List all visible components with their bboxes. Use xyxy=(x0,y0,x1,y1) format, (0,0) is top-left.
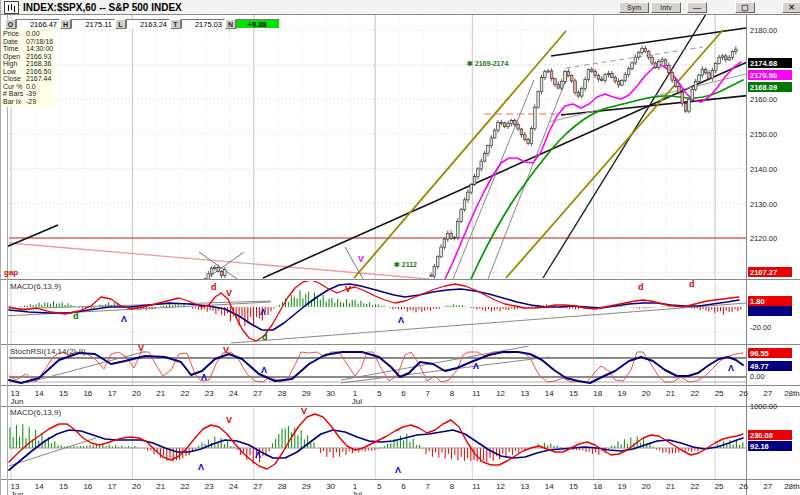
price-axis-label: 2140.00 xyxy=(750,165,777,174)
macd1-panel-label: MACD(6,13,9) xyxy=(10,282,61,291)
cursor-info-panel: Price0.00Date07/18/16Time14:30:00Open216… xyxy=(1,29,55,107)
xaxis2-day: 22 xyxy=(690,482,699,491)
xaxis2-day: 15 xyxy=(59,482,68,491)
close-button[interactable]: ✕ xyxy=(782,2,800,13)
signal-annotation: Λ xyxy=(473,362,479,371)
trade-value: 2175.03 xyxy=(181,19,225,29)
chart-window: INDEX:$SPX,60 -- S&P 500 INDEX Sym Intv … xyxy=(0,0,800,495)
signal-annotation: V xyxy=(226,289,232,298)
xaxis1-day: 14 xyxy=(35,389,44,398)
xaxis1-month: Jul xyxy=(352,397,362,406)
signal-annotation: Λ xyxy=(198,463,204,472)
xaxis1-day: 27 xyxy=(763,389,772,398)
info-row: # Bars-39 xyxy=(3,90,55,98)
price-marker: ✱ 2112 xyxy=(394,261,417,269)
price-axis-label: 2150.00 xyxy=(750,130,777,139)
open-value: 2166.47 xyxy=(16,19,60,29)
price-axis-badge: 2174.68 xyxy=(748,58,792,68)
price-axis-badge: 2170.90 xyxy=(748,70,792,80)
price-axis-badge: 2168.09 xyxy=(748,82,792,92)
gap-annotation: gap xyxy=(4,268,18,277)
high-label: H xyxy=(60,19,71,29)
xaxis1-day: 28 xyxy=(278,389,287,398)
xaxis2-day: 14 xyxy=(35,482,44,491)
price-axis-label: 2130.00 xyxy=(750,200,777,209)
xaxis2-day: 16 xyxy=(83,482,92,491)
sym-button[interactable]: Sym xyxy=(619,2,649,13)
price-marker: ✱ 2169-2174 xyxy=(467,60,508,68)
xaxis2-day: 27 xyxy=(253,482,262,491)
info-row: Time14:30:00 xyxy=(3,45,55,53)
xaxis1-day: 6 xyxy=(401,389,405,398)
xaxis1-day: 16 xyxy=(83,389,92,398)
xaxis2-day: 20 xyxy=(642,482,651,491)
xaxis2-day: 7 xyxy=(426,482,430,491)
chart-canvas xyxy=(1,0,800,495)
xaxis1-day: 25 xyxy=(715,389,724,398)
macd1-layer xyxy=(4,280,746,344)
info-row: Bar Ix-29 xyxy=(3,98,55,106)
xaxis1-day: 17 xyxy=(108,389,117,398)
xaxis1-day: 21 xyxy=(156,389,165,398)
macd2-axis-badge: 92.16 xyxy=(748,441,792,451)
xaxis2-day: 28th xyxy=(784,482,800,491)
xaxis1-day: 15 xyxy=(59,389,68,398)
window-icon xyxy=(4,1,19,14)
info-row: High2168.36 xyxy=(3,60,55,68)
stochrsi-panel-label: StochRSI(14,14(2),9) xyxy=(10,347,86,356)
macd1-axis-badge: 1.80 xyxy=(748,296,792,306)
low-value: 2163.24 xyxy=(126,19,170,29)
xaxis1-month: Jun xyxy=(11,397,24,406)
xaxis2-day: 27 xyxy=(763,482,772,491)
xaxis2-day: 8 xyxy=(450,482,454,491)
minimize-button[interactable]: — xyxy=(687,2,707,13)
xaxis2-day: 28 xyxy=(278,482,287,491)
signal-annotation: Λ xyxy=(121,315,127,324)
xaxis2-day: 12 xyxy=(496,482,505,491)
info-row: Close2167.44 xyxy=(3,75,55,83)
signal-annotation: Λ xyxy=(201,373,207,382)
signal-annotation: V xyxy=(301,407,307,416)
xaxis1-day: 18 xyxy=(593,389,602,398)
xaxis2-day: 30 xyxy=(326,482,335,491)
info-row: Price0.00 xyxy=(3,30,55,38)
signal-annotation: d xyxy=(262,333,268,342)
signal-annotation: V xyxy=(226,416,232,425)
xaxis1-day: 20 xyxy=(132,389,141,398)
xaxis2-day: 21 xyxy=(156,482,165,491)
xaxis1-day: 24 xyxy=(229,389,238,398)
xaxis1-day: 7 xyxy=(426,389,430,398)
maximize-button[interactable]: ▢ xyxy=(735,2,755,13)
xaxis1-day: 8 xyxy=(450,389,454,398)
xaxis1-day: 14 xyxy=(545,389,554,398)
main-layer xyxy=(6,14,800,284)
open-label: O xyxy=(5,19,16,29)
price-axis-label: 2180.00 xyxy=(750,26,777,35)
xaxis2-day: 18 xyxy=(593,482,602,491)
signal-annotation: Λ xyxy=(395,466,401,475)
xaxis2-day: 17 xyxy=(108,482,117,491)
xaxis2-day: 6 xyxy=(401,482,405,491)
xaxis2-day: 25 xyxy=(715,482,724,491)
info-row: Date07/18/16 xyxy=(3,38,55,46)
macd1-axis-badge xyxy=(748,306,792,316)
xaxis1-day: 26 xyxy=(739,389,748,398)
signal-annotation: Λ xyxy=(261,366,267,375)
xaxis2-day: 14 xyxy=(545,482,554,491)
signal-annotation: V xyxy=(138,344,144,353)
xaxis2-day: 29 xyxy=(302,482,311,491)
price-axis-label: 2120.00 xyxy=(750,234,777,243)
xaxis1-day: 5 xyxy=(377,389,381,398)
price-axis-badge: 2107.27 xyxy=(748,267,792,277)
xaxis2-month: Jul xyxy=(352,490,362,495)
signal-annotation: Λ xyxy=(728,364,734,373)
xaxis1-day: 12 xyxy=(496,389,505,398)
xaxis2-day: 15 xyxy=(569,482,578,491)
signal-annotation: V xyxy=(358,255,364,264)
signal-annotation: V xyxy=(345,285,351,294)
macd2-axis-label: 1000.00 xyxy=(750,402,777,411)
net-change-value: +9.88 xyxy=(236,19,280,29)
intv-button[interactable]: Intv xyxy=(651,2,681,13)
signal-annotation: Λ xyxy=(260,308,266,317)
xaxis1-day: 23 xyxy=(205,389,214,398)
